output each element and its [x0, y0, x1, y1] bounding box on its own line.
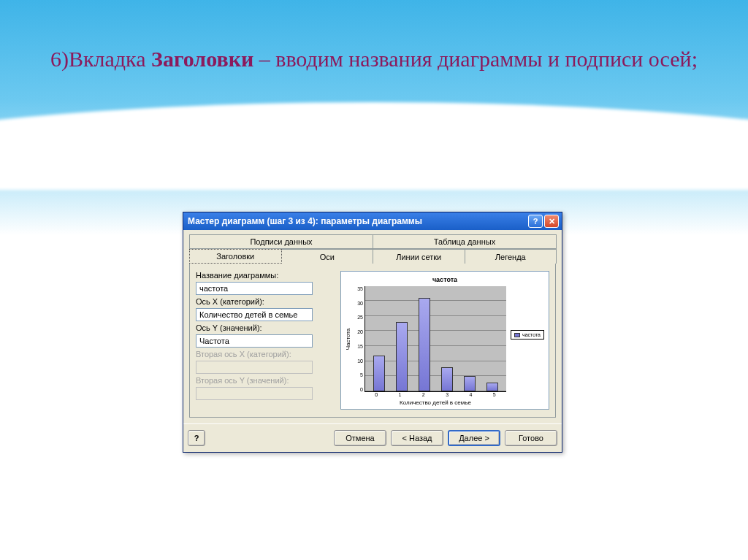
x-tick: 4	[470, 392, 473, 397]
chart-bar	[396, 322, 408, 391]
legend-swatch	[514, 333, 520, 337]
titlebar[interactable]: Мастер диаграмм (шаг 3 из 4): параметры …	[183, 212, 562, 230]
chart-title-input[interactable]	[196, 282, 313, 295]
tab-panel: Название диаграммы: Ось X (категорий): О…	[189, 264, 556, 418]
axis-x2-label: Вторая ось X (категорий):	[196, 350, 335, 358]
help-button[interactable]: ?	[188, 430, 205, 446]
chart-ylabel: Частота	[344, 286, 353, 392]
chart-xaxis: 012345	[365, 392, 506, 397]
axis-x2-input	[196, 361, 313, 374]
form-column: Название диаграммы: Ось X (категорий): О…	[196, 271, 335, 410]
chart-bar	[419, 298, 430, 391]
tab-data-table[interactable]: Таблица данных	[373, 234, 557, 249]
decorative-swoosh	[0, 102, 748, 190]
chart-bar	[464, 376, 476, 391]
titlebar-text: Мастер диаграмм (шаг 3 из 4): параметры …	[188, 216, 527, 226]
x-tick: 5	[493, 392, 496, 397]
tab-data-labels[interactable]: Подписи данных	[189, 234, 373, 249]
chart-bar	[373, 356, 385, 391]
chart-preview: частота Частота 35302520151050 частота 0…	[340, 271, 549, 410]
y-tick: 15	[353, 344, 363, 349]
title-bold: Заголовки	[151, 47, 253, 71]
button-row: ? Отмена < Назад Далее > Готово	[183, 423, 562, 452]
axis-y2-input	[196, 387, 313, 400]
y-tick: 0	[353, 387, 363, 392]
y-tick: 25	[353, 315, 363, 320]
axis-y2-label: Вторая ось Y (значений):	[196, 376, 335, 385]
axis-x-label: Ось X (категорий):	[196, 297, 335, 306]
legend-label: частота	[522, 332, 541, 337]
finish-button[interactable]: Готово	[505, 430, 557, 446]
tab-legend[interactable]: Легенда	[465, 249, 557, 264]
chart-bar	[441, 367, 453, 391]
dialog-body: Подписи данных Таблица данных Заголовки …	[183, 230, 562, 423]
back-button[interactable]: < Назад	[391, 430, 443, 446]
y-tick: 5	[353, 372, 363, 377]
chart-plot	[365, 286, 506, 392]
slide-title: 6)Вкладка Заголовки – вводим названия ди…	[0, 40, 748, 77]
tab-gridlines[interactable]: Линии сетки	[373, 249, 465, 264]
chart-bar	[486, 383, 498, 391]
x-tick: 3	[446, 392, 449, 397]
close-icon[interactable]: ✕	[544, 215, 559, 228]
tab-row-back: Подписи данных Таблица данных	[189, 234, 556, 249]
cancel-button[interactable]: Отмена	[334, 430, 386, 446]
title-rest: – вводим названия диаграммы и подписи ос…	[253, 47, 698, 71]
axis-y-input[interactable]	[196, 334, 313, 348]
next-button[interactable]: Далее >	[448, 430, 500, 446]
axis-x-input[interactable]	[196, 308, 313, 321]
chart-body: Частота 35302520151050 частота	[344, 286, 546, 392]
axis-y-label: Ось Y (значений):	[196, 323, 335, 332]
y-tick: 20	[353, 329, 363, 334]
chart-preview-title: частота	[344, 276, 546, 283]
tab-row-front: Заголовки Оси Линии сетки Легенда	[189, 249, 556, 264]
tab-titles[interactable]: Заголовки	[189, 249, 282, 264]
chart-legend: частота	[511, 330, 544, 340]
tab-axes[interactable]: Оси	[281, 249, 374, 264]
help-icon[interactable]: ?	[528, 215, 543, 228]
title-prefix: 6)Вкладка	[50, 47, 151, 71]
y-tick: 35	[353, 286, 363, 291]
x-tick: 1	[399, 392, 402, 397]
x-tick: 2	[422, 392, 425, 397]
chart-title-label: Название диаграммы:	[196, 271, 335, 280]
y-tick: 10	[353, 358, 363, 364]
y-tick: 30	[353, 301, 363, 306]
x-tick: 0	[375, 392, 378, 397]
chart-xlabel: Количество детей в семье	[365, 399, 506, 406]
chart-yaxis: 35302520151050	[353, 286, 365, 392]
chart-wizard-dialog: Мастер диаграмм (шаг 3 из 4): параметры …	[183, 212, 562, 453]
